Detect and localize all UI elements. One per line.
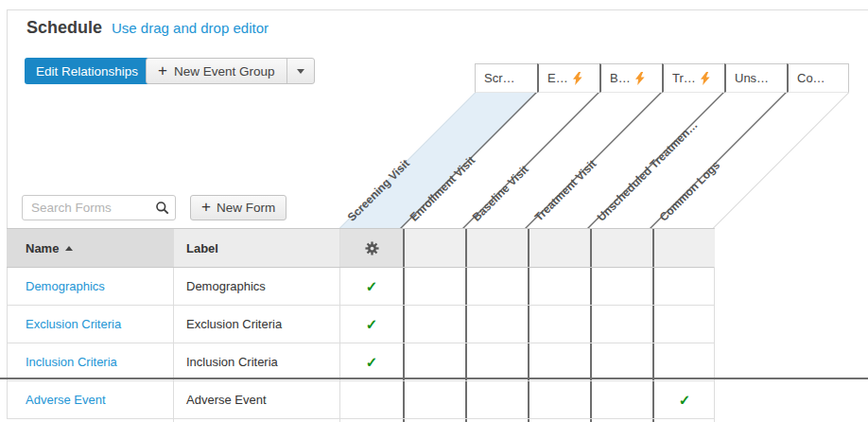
column-header-label[interactable]: Label (173, 229, 339, 267)
schedule-cell[interactable] (405, 306, 465, 343)
table-row-partial (7, 418, 714, 422)
sort-ascending-icon (65, 246, 73, 251)
schedule-cell[interactable] (592, 381, 652, 418)
lightning-bolt-icon (701, 72, 710, 85)
schedule-cell[interactable] (654, 268, 715, 305)
event-header-cell (403, 229, 465, 267)
schedule-cell[interactable] (592, 306, 652, 343)
event-tab-screening-visit[interactable]: Scr… (475, 63, 537, 93)
event-tab-unscheduled-treatment[interactable]: Uns… (724, 63, 787, 93)
schedule-cell[interactable] (405, 381, 465, 418)
schedule-cell[interactable] (529, 268, 590, 305)
column-header-name[interactable]: Name (7, 229, 173, 267)
form-link[interactable]: Inclusion Criteria (26, 355, 117, 369)
form-label: Adverse Event (186, 393, 267, 407)
schedule-cell[interactable]: ✓ (654, 381, 715, 418)
event-header-cell (590, 229, 652, 267)
form-link[interactable]: Exclusion Criteria (26, 317, 121, 331)
table-row: Inclusion Criteria Inclusion Criteria ✓ (7, 343, 714, 380)
schedule-page: Schedule Use drag and drop editor Edit R… (0, 0, 868, 422)
event-tab-treatment-visit[interactable]: Tr… (662, 63, 724, 93)
event-tab-common-logs[interactable]: Co… (787, 63, 849, 93)
event-header-cell (465, 229, 528, 267)
lightning-bolt-icon (635, 72, 645, 85)
table-row: Exclusion Criteria Exclusion Criteria ✓ (7, 305, 714, 343)
schedule-cell[interactable] (592, 343, 652, 380)
form-label: Demographics (186, 279, 266, 293)
gear-icon (365, 241, 379, 255)
schedule-cell[interactable] (467, 381, 528, 418)
event-settings-cell[interactable] (339, 229, 403, 267)
panel-border-top (7, 9, 868, 10)
table-row: Demographics Demographics ✓ (7, 267, 714, 305)
schedule-cell[interactable] (467, 343, 528, 380)
edit-relationships-button[interactable]: Edit Relationships (25, 58, 149, 84)
event-header-cell (652, 229, 715, 267)
schedule-cell[interactable] (467, 306, 528, 343)
new-form-button[interactable]: + New Form (190, 195, 286, 220)
schedule-cell[interactable] (340, 381, 403, 418)
form-link[interactable]: Adverse Event (26, 393, 106, 407)
event-tab-baseline-visit[interactable]: B… (599, 63, 662, 93)
new-event-group-dropdown-button[interactable] (286, 59, 314, 83)
drag-drop-editor-link[interactable]: Use drag and drop editor (112, 20, 269, 36)
schedule-cell[interactable] (529, 306, 590, 343)
search-icon (155, 201, 169, 215)
event-tab-enrollment-visit[interactable]: E… (537, 63, 599, 93)
form-label: Exclusion Criteria (186, 317, 282, 331)
schedule-cell[interactable] (654, 306, 715, 343)
plus-icon: + (201, 199, 211, 215)
schedule-cell[interactable] (405, 268, 465, 305)
new-event-group-split-button: + New Event Group (146, 58, 315, 84)
new-event-group-button[interactable]: + New Event Group (147, 59, 286, 83)
schedule-cell[interactable] (529, 343, 590, 380)
schedule-cell[interactable] (592, 268, 652, 305)
lightning-bolt-icon (573, 72, 582, 85)
form-label: Inclusion Criteria (186, 355, 278, 369)
table-header-row: Name Label (7, 229, 714, 267)
form-link[interactable]: Demographics (26, 279, 105, 293)
chevron-down-icon (297, 69, 304, 74)
event-header-cell (528, 229, 590, 267)
schedule-cell[interactable] (529, 381, 590, 418)
search-forms-field (22, 195, 176, 220)
schedule-cell[interactable] (654, 343, 715, 380)
schedule-cell[interactable]: ✓ (340, 306, 403, 343)
log-forms-section-divider (0, 378, 868, 379)
plus-icon: + (158, 62, 167, 79)
schedule-cell[interactable]: ✓ (340, 343, 403, 380)
title-row: Schedule Use drag and drop editor (26, 18, 269, 38)
schedule-table: Name Label (7, 228, 715, 422)
schedule-cell[interactable] (405, 343, 465, 380)
table-row: Adverse Event Adverse Event ✓ (7, 380, 714, 418)
schedule-cell[interactable]: ✓ (340, 268, 403, 305)
search-forms-input[interactable] (22, 195, 176, 220)
schedule-cell[interactable] (467, 268, 528, 305)
page-title: Schedule (26, 18, 102, 38)
